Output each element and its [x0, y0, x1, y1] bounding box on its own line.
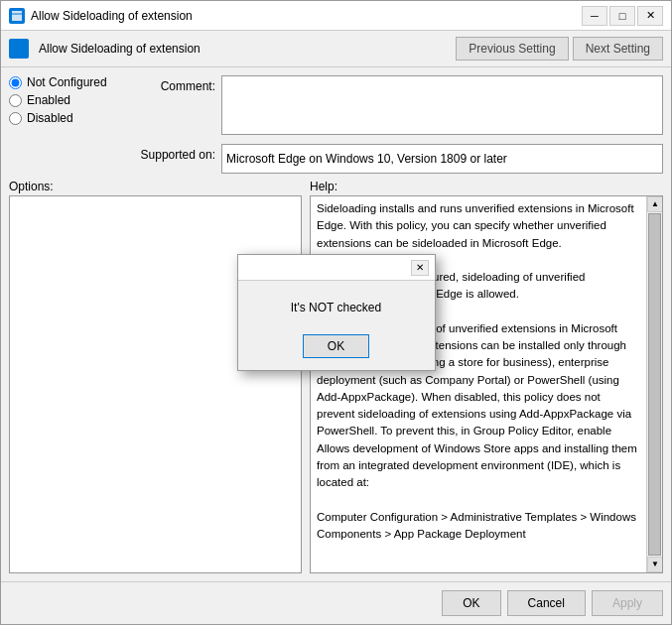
modal-close-button[interactable]: ✕	[411, 260, 429, 276]
modal-ok-button[interactable]: OK	[303, 334, 369, 358]
modal-message: It's NOT checked	[291, 301, 381, 314]
modal-footer: OK	[238, 326, 435, 370]
modal-dialog: ✕ It's NOT checked OK	[237, 254, 436, 371]
modal-body: It's NOT checked	[238, 281, 435, 326]
modal-overlay: ✕ It's NOT checked OK	[1, 1, 671, 624]
modal-title-bar: ✕	[238, 255, 435, 281]
